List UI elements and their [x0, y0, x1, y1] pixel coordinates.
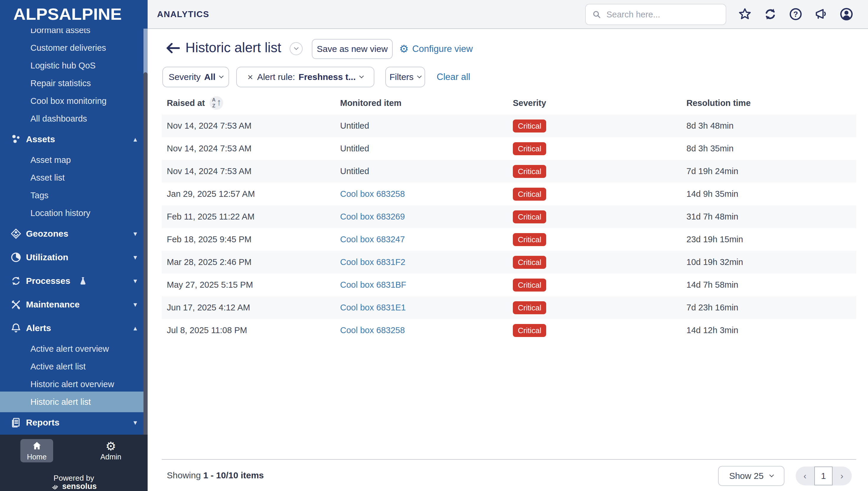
severity-filter-chip[interactable]: Severity All	[162, 67, 229, 87]
sidebar-item-location-history[interactable]: Location history	[0, 204, 143, 222]
sidebar-item-geozones[interactable]: Geozones▾	[0, 222, 143, 246]
monitored-item-cell: Cool box 6831F2	[340, 257, 513, 267]
severity-badge: Critical	[513, 165, 546, 178]
table-row[interactable]: Jan 29, 2025 12:57 AMCool box 683258Crit…	[162, 183, 856, 205]
sidebar-item-asset-map[interactable]: Asset map	[0, 151, 143, 169]
sync-icon[interactable]	[763, 7, 778, 22]
monitored-item-link[interactable]: Cool box 683258	[340, 189, 405, 199]
topbar-icons: ?	[737, 0, 854, 28]
alert-rule-filter-chip[interactable]: × Alert rule: Freshness t...	[236, 67, 374, 87]
sidebar-item-maintenance[interactable]: Maintenance▾	[0, 293, 143, 316]
severity-cell: Critical	[513, 165, 687, 178]
table-row[interactable]: Feb 18, 2025 9:45 PMCool box 683247Criti…	[162, 228, 856, 251]
sidebar-scrollbar[interactable]	[143, 29, 148, 435]
gear-icon: ⚙	[399, 44, 409, 54]
configure-view-button[interactable]: ⚙ Configure view	[399, 39, 473, 58]
sidebar-item-label: Active alert list	[30, 362, 86, 372]
monitored-item-link[interactable]: Cool box 6831E1	[340, 303, 406, 312]
sidebar-item-tags[interactable]: Tags	[0, 186, 143, 204]
sidebar-item-label: All dashboards	[30, 114, 87, 124]
sidebar-item-label: Cool box monitoring	[30, 96, 107, 106]
monitored-item-cell: Untitled	[340, 121, 513, 131]
monitored-item-link[interactable]: Cool box 683258	[340, 325, 405, 335]
chevron-down-icon	[294, 46, 299, 50]
severity-cell: Critical	[513, 119, 687, 133]
table-row[interactable]: Nov 14, 2024 7:53 AMUntitledCritical8d 3…	[162, 115, 856, 137]
previous-page-button[interactable]: ‹	[796, 466, 814, 485]
sidebar-item-processes[interactable]: Processes▾	[0, 269, 143, 293]
sidebar-item-repair-statistics[interactable]: Repair statistics	[0, 74, 143, 92]
a-z-sort-icon[interactable]: AZ ↑	[209, 96, 223, 110]
avatar-icon[interactable]	[839, 7, 854, 22]
expand-icon: ▾	[134, 230, 137, 238]
sidebar-item-active-alert-list[interactable]: Active alert list	[0, 357, 143, 375]
sidebar-item-label: Historic alert list	[30, 397, 91, 407]
resolution-time-cell: 10d 19h 32min	[687, 257, 856, 267]
star-icon[interactable]	[737, 7, 752, 22]
next-page-button[interactable]: ›	[833, 466, 851, 485]
sidebar-item-historic-alert-list[interactable]: Historic alert list	[0, 392, 143, 412]
column-header-severity[interactable]: Severity	[513, 98, 687, 108]
table-row[interactable]: Mar 28, 2025 2:46 PMCool box 6831F2Criti…	[162, 251, 856, 273]
sidebar-item-all-dashboards[interactable]: All dashboards	[0, 110, 143, 127]
monitored-item-cell: Untitled	[340, 167, 513, 176]
sidebar-item-label: Alerts	[26, 323, 51, 333]
sidebar-item-reports[interactable]: Reports▾	[0, 411, 143, 434]
admin-button[interactable]: ⚙ Admin	[94, 439, 128, 462]
sidebar-item-cool-box-monitoring[interactable]: Cool box monitoring	[0, 92, 143, 110]
alerts-icon	[10, 322, 22, 334]
title-dropdown-button[interactable]	[290, 42, 303, 55]
table-row[interactable]: Jul 8, 2025 11:08 PMCool box 683258Criti…	[162, 319, 856, 342]
page-size-select[interactable]: Show 25	[718, 466, 784, 486]
column-header-raised-at[interactable]: Raised at AZ ↑	[167, 96, 340, 110]
column-header-monitored-item[interactable]: Monitored item	[340, 98, 513, 108]
sidebar-item-active-alert-overview[interactable]: Active alert overview	[0, 340, 143, 357]
monitored-item-link[interactable]: Cool box 683247	[340, 235, 405, 244]
table-row[interactable]: Feb 11, 2025 11:22 AMCool box 683269Crit…	[162, 205, 856, 228]
table-row[interactable]: Nov 14, 2024 7:53 AMUntitledCritical7d 1…	[162, 160, 856, 183]
search-input[interactable]	[606, 9, 713, 20]
back-button[interactable]	[165, 41, 181, 55]
app-title: ANALYTICS	[157, 0, 209, 28]
monitored-item-link[interactable]: Cool box 6831F2	[340, 257, 405, 267]
raised-at-cell: May 27, 2025 5:15 PM	[167, 280, 340, 290]
monitored-item-link[interactable]: Cool box 6831BF	[340, 280, 406, 289]
severity-cell: Critical	[513, 142, 687, 155]
help-icon[interactable]: ?	[788, 7, 803, 22]
processes-icon	[10, 275, 22, 287]
monitored-item-link[interactable]: Cool box 683269	[340, 212, 405, 221]
sidebar-item-label: Processes	[26, 276, 70, 286]
analytics-app: Dormant assetsCustomer deliveriesLogisti…	[0, 0, 868, 491]
sidebar-item-label: Maintenance	[26, 299, 80, 310]
filters-chip[interactable]: Filters	[385, 67, 425, 87]
severity-badge: Critical	[513, 256, 546, 269]
clear-all-link[interactable]: Clear all	[437, 67, 470, 87]
monitored-item-text: Untitled	[340, 144, 369, 153]
table-row[interactable]: Jun 17, 2025 4:12 AMCool box 6831E1Criti…	[162, 296, 856, 319]
svg-text:?: ?	[793, 10, 798, 19]
sidebar-item-historic-alert-overview[interactable]: Historic alert overview	[0, 375, 143, 393]
sidebar-item-utilization[interactable]: Utilization▾	[0, 246, 143, 269]
close-icon[interactable]: ×	[247, 72, 253, 83]
sidebar-item-logistic-hub-qos[interactable]: Logistic hub QoS	[0, 57, 143, 74]
sidebar-item-customer-deliveries[interactable]: Customer deliveries	[0, 39, 143, 57]
severity-badge: Critical	[513, 233, 546, 246]
severity-badge: Critical	[513, 187, 546, 201]
raised-at-cell: Jan 29, 2025 12:57 AM	[167, 189, 340, 199]
home-button[interactable]: Home	[20, 439, 53, 462]
save-as-new-view-button[interactable]: Save as new view	[312, 39, 393, 59]
column-header-resolution-time[interactable]: Resolution time	[687, 98, 856, 108]
current-page-button[interactable]: 1	[814, 466, 833, 485]
table-row[interactable]: May 27, 2025 5:15 PMCool box 6831BFCriti…	[162, 273, 856, 296]
table-row[interactable]: Nov 14, 2024 7:53 AMUntitledCritical8d 3…	[162, 137, 856, 160]
monitored-item-cell: Cool box 683269	[340, 212, 513, 222]
megaphone-icon[interactable]	[814, 7, 829, 22]
sidebar-item-alerts[interactable]: Alerts▴	[0, 316, 143, 340]
sidebar-scrollbar-thumb[interactable]	[143, 72, 148, 462]
severity-badge: Critical	[513, 324, 546, 337]
raised-at-cell: Feb 11, 2025 11:22 AM	[167, 212, 340, 222]
resolution-time-cell: 7d 23h 16min	[687, 303, 856, 313]
sidebar-item-assets[interactable]: Assets▴	[0, 127, 143, 151]
sidebar-item-asset-list[interactable]: Asset list	[0, 169, 143, 186]
sidebar-item-label: Active alert overview	[30, 344, 109, 354]
